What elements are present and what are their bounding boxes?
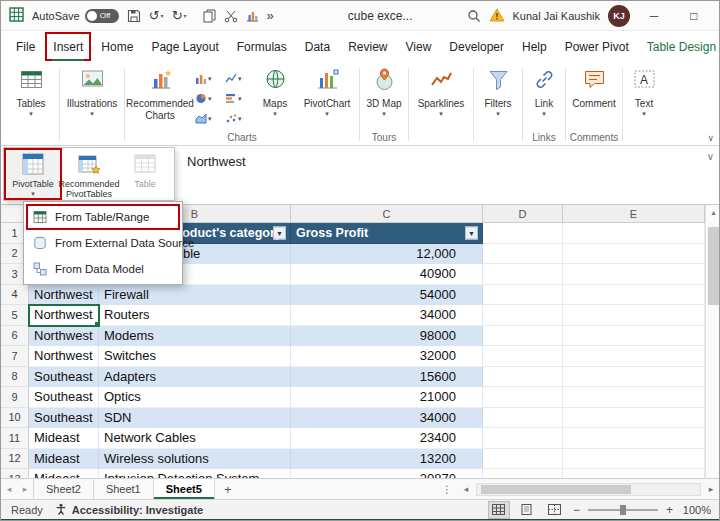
tab-data[interactable]: Data: [296, 31, 339, 62]
tab-table-design[interactable]: Table Design: [638, 31, 720, 62]
cell-A7[interactable]: Northwest: [29, 346, 99, 367]
cell-B9[interactable]: Optics: [99, 387, 291, 408]
cell-E4[interactable]: [563, 285, 705, 306]
cell-A4[interactable]: Northwest: [29, 285, 99, 306]
filters-button[interactable]: Filters▾: [476, 64, 520, 117]
row-header-5[interactable]: 5: [1, 305, 29, 326]
column-header-e[interactable]: E: [563, 205, 705, 223]
formula-bar-expand-icon[interactable]: ∨: [707, 151, 714, 162]
new-sheet-button[interactable]: +: [215, 479, 241, 499]
column-header-d[interactable]: D: [483, 205, 563, 223]
scroll-right-icon[interactable]: ▸: [704, 484, 718, 494]
cell-E6[interactable]: [563, 326, 705, 347]
tab-home[interactable]: Home: [92, 31, 142, 62]
cell-B4[interactable]: Firewall: [99, 285, 291, 306]
cell-E8[interactable]: [563, 367, 705, 388]
cell-D12[interactable]: [483, 449, 563, 470]
autosave-toggle[interactable]: AutoSave Off: [32, 9, 119, 23]
search-icon[interactable]: [467, 9, 481, 23]
horizontal-scrollbar[interactable]: [476, 483, 701, 496]
scroll-left-icon[interactable]: ◂: [459, 484, 473, 494]
redo-button[interactable]: ↻▾: [172, 8, 187, 23]
3d-map-button[interactable]: 3D Map▾: [362, 64, 406, 117]
row-header-10[interactable]: 10: [1, 408, 29, 429]
cell-E12[interactable]: [563, 449, 705, 470]
cell-D6[interactable]: [483, 326, 563, 347]
cell-A10[interactable]: Southeast: [29, 408, 99, 429]
cell-B6[interactable]: Modems: [99, 326, 291, 347]
cell-E3[interactable]: [563, 264, 705, 285]
fill-handle[interactable]: [94, 321, 99, 326]
sheet-tab-sheet5[interactable]: Sheet5: [154, 479, 215, 499]
cell-B7[interactable]: Switches: [99, 346, 291, 367]
tab-power-pivot[interactable]: Power Pivot: [556, 31, 638, 62]
cut-button[interactable]: [224, 9, 238, 23]
cell-E7[interactable]: [563, 346, 705, 367]
formula-bar[interactable]: Northwest: [187, 154, 246, 169]
scroll-up-icon[interactable]: ▴: [706, 208, 720, 217]
cell-E9[interactable]: [563, 387, 705, 408]
cell-C10[interactable]: 34000: [291, 408, 483, 429]
cell-C2[interactable]: 12,000: [291, 244, 483, 265]
cell-D7[interactable]: [483, 346, 563, 367]
page-layout-view-button[interactable]: [517, 502, 537, 518]
vertical-scrollbar[interactable]: ▴: [705, 205, 720, 478]
menu-item-from-data-model[interactable]: From Data Model: [26, 256, 180, 282]
sheet-nav-left-icon[interactable]: ◂: [1, 479, 17, 499]
link-button[interactable]: Link▾: [525, 64, 563, 117]
area-chart-button[interactable]: ▾: [193, 109, 223, 128]
menu-item-from-external-data-source[interactable]: From External Data Source: [26, 230, 180, 256]
row-header-7[interactable]: 7: [1, 346, 29, 367]
cell-E2[interactable]: [563, 244, 705, 265]
menu-item-from-table-range[interactable]: From Table/Range: [26, 204, 180, 230]
cell-D4[interactable]: [483, 285, 563, 306]
row-header-4[interactable]: 4: [1, 285, 29, 306]
tab-formulas[interactable]: Formulas: [228, 31, 296, 62]
tab-file[interactable]: File: [7, 31, 44, 62]
cell-E10[interactable]: [563, 408, 705, 429]
cell-A11[interactable]: Mideast: [29, 428, 99, 449]
cell-D1[interactable]: [483, 223, 563, 244]
zoom-slider[interactable]: [588, 509, 658, 511]
table-button[interactable]: Table: [117, 149, 173, 199]
accessibility-status[interactable]: Accessibility: Investigate: [55, 503, 203, 517]
scatter-chart-button[interactable]: ▾: [223, 109, 253, 128]
page-break-view-button[interactable]: [545, 502, 565, 518]
tab-options-icon[interactable]: ⋮: [438, 484, 456, 495]
cell-E13[interactable]: [563, 469, 705, 478]
line-chart-button[interactable]: ▾: [223, 69, 253, 88]
cell-D5[interactable]: [483, 305, 563, 326]
zoom-in-button[interactable]: +: [666, 503, 673, 517]
cell-A12[interactable]: Mideast: [29, 449, 99, 470]
recommended-pivottables-button[interactable]: Recommended PivotTables: [61, 149, 117, 199]
cell-D3[interactable]: [483, 264, 563, 285]
sparklines-button[interactable]: Sparklines▾: [411, 64, 471, 117]
row-header-11[interactable]: 11: [1, 428, 29, 449]
cell-C11[interactable]: 23400: [291, 428, 483, 449]
cell-C13[interactable]: 20870: [291, 469, 483, 478]
comment-button[interactable]: Comment: [568, 64, 620, 110]
row-header-12[interactable]: 12: [1, 449, 29, 470]
filter-button[interactable]: ▼: [465, 226, 478, 239]
cell-B13[interactable]: Intrusion Detection System: [99, 469, 291, 478]
maximize-button[interactable]: □: [678, 1, 710, 30]
chart-quick-button[interactable]: [246, 9, 259, 22]
undo-button[interactable]: ↺▾: [149, 8, 164, 23]
horizontal-scroll-thumb[interactable]: [481, 485, 631, 494]
cell-C7[interactable]: 32000: [291, 346, 483, 367]
row-header-9[interactable]: 9: [1, 387, 29, 408]
more-commands-button[interactable]: »: [267, 8, 274, 23]
zoom-slider-thumb[interactable]: [620, 505, 626, 515]
cell-D10[interactable]: [483, 408, 563, 429]
tab-help[interactable]: Help: [513, 31, 556, 62]
cell-B5[interactable]: Routers: [99, 305, 291, 326]
warning-icon[interactable]: [489, 8, 505, 24]
tables-button[interactable]: Tables▾: [5, 64, 57, 117]
cell-A8[interactable]: Southeast: [29, 367, 99, 388]
cell-D13[interactable]: [483, 469, 563, 478]
pivottable-button[interactable]: PivotTable ▾: [5, 149, 61, 199]
cell-C5[interactable]: 34000: [291, 305, 483, 326]
vertical-scroll-thumb[interactable]: [708, 227, 719, 305]
cell-C1[interactable]: Gross Profit▼: [291, 223, 483, 244]
cell-A6[interactable]: Northwest: [29, 326, 99, 347]
